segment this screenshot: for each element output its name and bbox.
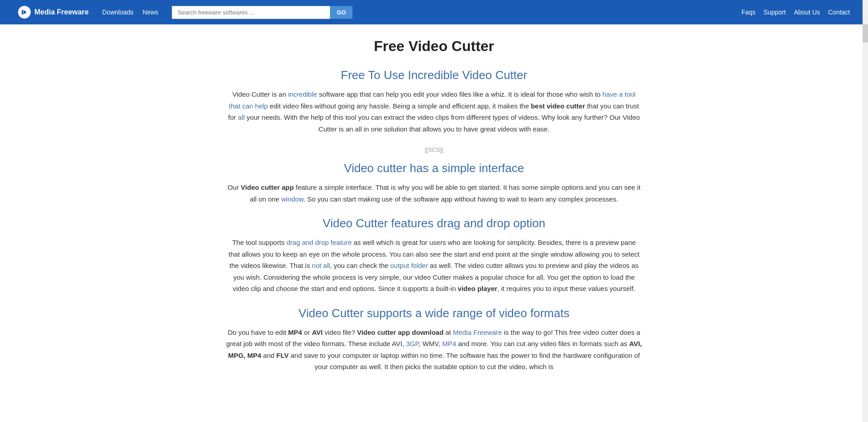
logo-text: Media Freeware xyxy=(34,8,89,16)
output-folder-link[interactable]: output folder xyxy=(390,262,428,269)
section1-heading: Free To Use Incredible Video Cutter xyxy=(226,68,642,82)
section4-text: Do you have to edit MP4 or AVI video fil… xyxy=(226,327,642,373)
section2-text: Our Video cutter app feature a simple in… xyxy=(226,182,642,205)
scrollbar-thumb[interactable] xyxy=(863,24,868,42)
right-nav: Faqs Support About Us Contact xyxy=(741,9,850,16)
site-header: Media Freeware Downloads News GO Faqs Su… xyxy=(0,0,868,24)
about-us-link[interactable]: About Us xyxy=(794,9,820,16)
page-title: Free Video Cutter xyxy=(226,38,642,55)
support-link[interactable]: Support xyxy=(764,9,786,16)
section1-text: Video Cutter is an incredible software a… xyxy=(226,89,642,135)
mp4-link[interactable]: MP4 xyxy=(442,340,456,347)
contact-link[interactable]: Contact xyxy=(828,9,850,16)
avi-mpg-mp4-bold: AVI, MPG, MP4 xyxy=(228,340,642,359)
avi-bold: AVI xyxy=(312,328,323,336)
mp4-bold: MP4 xyxy=(288,328,302,336)
section3-text: The tool supports drag and drop feature … xyxy=(226,237,642,295)
search-input[interactable] xyxy=(172,6,330,19)
logo-link[interactable]: Media Freeware xyxy=(18,6,89,19)
scrollbar[interactable] xyxy=(863,0,868,403)
scs-placeholder: [[SCS]] xyxy=(226,146,642,153)
search-button[interactable]: GO xyxy=(330,6,353,19)
news-link[interactable]: News xyxy=(142,9,158,16)
window-link[interactable]: window xyxy=(281,195,303,203)
section4-heading: Video Cutter supports a wide range of vi… xyxy=(226,306,642,320)
best-cutter-text: best video cutter xyxy=(531,102,585,110)
media-freeware-link[interactable]: Media Freeware xyxy=(453,328,502,336)
incredible-link[interactable]: incredible xyxy=(288,90,317,98)
all-link[interactable]: all xyxy=(238,113,245,121)
faqs-link[interactable]: Faqs xyxy=(741,9,755,16)
video-cutter-app-bold: Video cutter app xyxy=(241,183,294,191)
logo-icon xyxy=(18,6,31,19)
svg-rect-1 xyxy=(22,10,23,14)
section2-heading: Video cutter has a simple interface xyxy=(226,161,642,175)
search-area: GO xyxy=(172,6,353,19)
download-bold: Video cutter app download xyxy=(357,328,443,336)
not-all-link[interactable]: not all xyxy=(312,262,330,269)
svg-marker-0 xyxy=(24,10,27,14)
section3-heading: Video Cutter features drag and drop opti… xyxy=(226,216,642,230)
drag-drop-link[interactable]: drag and drop feature xyxy=(287,239,352,246)
main-nav: Downloads News xyxy=(102,9,158,16)
3gp-link[interactable]: 3GP xyxy=(406,340,419,347)
flv-bold: FLV xyxy=(276,352,288,359)
video-player-bold: video player xyxy=(458,285,498,292)
downloads-link[interactable]: Downloads xyxy=(102,9,133,16)
main-content: Free Video Cutter Free To Use Incredible… xyxy=(217,24,651,403)
